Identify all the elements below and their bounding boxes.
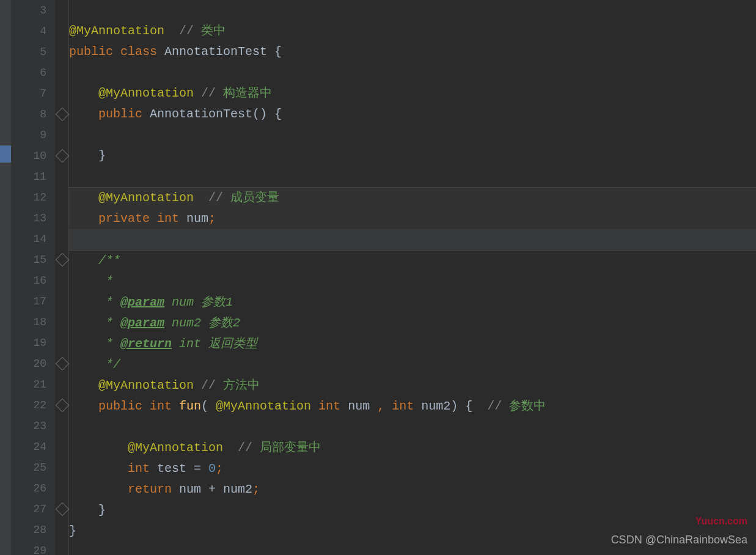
- line-number[interactable]: 8: [11, 104, 55, 125]
- line-number[interactable]: 13: [11, 208, 55, 229]
- javadoc-tag: @param: [120, 316, 164, 330]
- code-line[interactable]: int test = 0;: [69, 458, 756, 479]
- annotation: @MyAnnotation: [98, 86, 201, 100]
- code-line[interactable]: public class AnnotationTest {: [69, 42, 756, 62]
- javadoc-tag: @return: [120, 337, 172, 351]
- line-number[interactable]: 20: [11, 353, 55, 374]
- code-line[interactable]: [69, 125, 756, 145]
- fold-marker-icon[interactable]: [56, 502, 70, 516]
- fold-column[interactable]: [55, 0, 69, 555]
- line-number[interactable]: 16: [11, 270, 55, 291]
- line-number[interactable]: 17: [11, 291, 55, 312]
- line-number[interactable]: 25: [11, 457, 55, 478]
- fold-marker-icon[interactable]: [56, 108, 70, 122]
- watermark-yuucn: Yuucn.com: [695, 516, 747, 527]
- annotation: @MyAnnotation: [216, 399, 318, 413]
- line-number[interactable]: 28: [11, 520, 55, 540]
- line-number[interactable]: 19: [11, 333, 55, 353]
- line-number[interactable]: 27: [11, 499, 55, 520]
- code-line[interactable]: }: [69, 500, 756, 521]
- gutter[interactable]: 3 4 5 6 7 8 9 10 11 12 13 14 15 16 17 18…: [11, 0, 55, 555]
- code-line[interactable]: * @param num 参数1: [69, 292, 756, 313]
- watermark-csdn: CSDN @ChinaRainbowSea: [611, 534, 747, 546]
- code-line[interactable]: @MyAnnotation // 类中: [69, 21, 756, 42]
- code-line-current[interactable]: [69, 229, 756, 251]
- line-number[interactable]: 11: [11, 166, 55, 187]
- line-number[interactable]: 14: [11, 229, 55, 249]
- annotation: @MyAnnotation: [128, 441, 223, 455]
- code-line[interactable]: public int fun( @MyAnnotation int num , …: [69, 396, 756, 417]
- code-line[interactable]: [69, 417, 756, 438]
- annotation: @MyAnnotation: [98, 378, 201, 392]
- code-line[interactable]: @MyAnnotation // 方法中: [69, 375, 756, 396]
- line-number[interactable]: 7: [11, 83, 55, 104]
- line-number[interactable]: 15: [11, 249, 55, 270]
- annotation: @MyAnnotation: [98, 191, 194, 205]
- code-line[interactable]: *: [69, 271, 756, 292]
- line-number[interactable]: 29: [11, 540, 55, 555]
- scrollbar-track[interactable]: [0, 0, 11, 555]
- code-line[interactable]: /**: [69, 251, 756, 271]
- line-number[interactable]: 9: [11, 125, 55, 145]
- code-line[interactable]: return num + num2;: [69, 479, 756, 500]
- code-line[interactable]: [69, 0, 756, 21]
- code-line[interactable]: public AnnotationTest() {: [69, 104, 756, 125]
- line-number[interactable]: 4: [11, 21, 55, 42]
- line-number[interactable]: 3: [11, 0, 55, 21]
- fold-marker-icon[interactable]: [56, 149, 70, 163]
- fold-marker-icon[interactable]: [56, 399, 70, 413]
- line-number[interactable]: 10: [11, 145, 55, 166]
- code-line[interactable]: @MyAnnotation // 构造器中: [69, 83, 756, 104]
- fold-marker-icon[interactable]: [56, 357, 70, 371]
- line-number[interactable]: 12: [11, 187, 55, 208]
- line-number[interactable]: 26: [11, 478, 55, 499]
- code-line[interactable]: [69, 166, 756, 187]
- code-area[interactable]: @MyAnnotation // 类中 public class Annotat…: [69, 0, 756, 555]
- comment: //: [179, 24, 201, 38]
- code-editor: 3 4 5 6 7 8 9 10 11 12 13 14 15 16 17 18…: [0, 0, 756, 555]
- javadoc-tag: @param: [120, 295, 164, 309]
- line-number[interactable]: 23: [11, 416, 55, 436]
- line-number[interactable]: 21: [11, 374, 55, 395]
- code-line[interactable]: [69, 62, 756, 83]
- code-line[interactable]: private int num;: [69, 208, 756, 229]
- code-line[interactable]: }: [69, 145, 756, 166]
- code-line[interactable]: * @return int 返回类型: [69, 334, 756, 355]
- line-number[interactable]: 5: [11, 42, 55, 62]
- code-line[interactable]: */: [69, 355, 756, 375]
- annotation: @MyAnnotation: [69, 24, 164, 38]
- code-line[interactable]: * @param num2 参数2: [69, 313, 756, 334]
- code-line[interactable]: @MyAnnotation // 局部变量中: [69, 438, 756, 458]
- code-line[interactable]: @MyAnnotation // 成员变量: [69, 187, 756, 208]
- line-number[interactable]: 6: [11, 62, 55, 83]
- scrollbar-thumb[interactable]: [0, 145, 11, 163]
- javadoc: /**: [98, 254, 120, 268]
- line-number[interactable]: 18: [11, 312, 55, 333]
- line-number[interactable]: 24: [11, 436, 55, 457]
- fold-marker-icon[interactable]: [56, 253, 70, 267]
- line-number[interactable]: 22: [11, 395, 55, 416]
